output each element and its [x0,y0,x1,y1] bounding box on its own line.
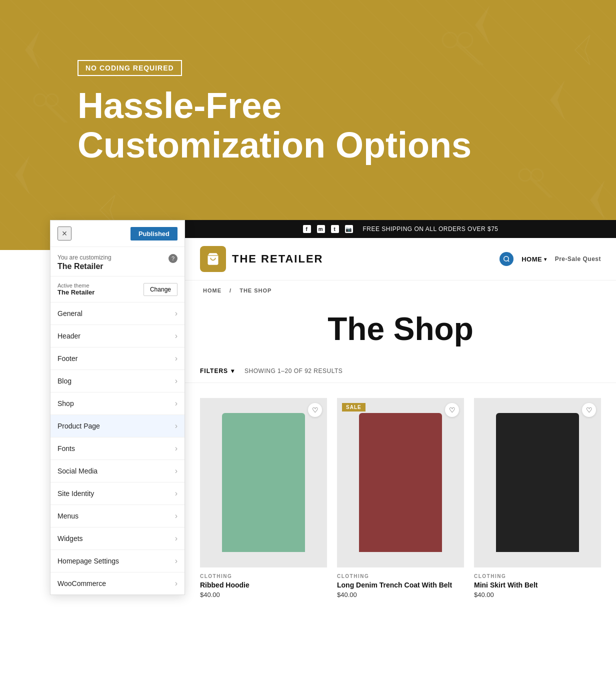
menu-item-label: Product Page [58,422,100,430]
messenger-icon: m [317,225,325,233]
svg-point-4 [34,94,46,106]
chevron-right-icon: › [175,556,178,566]
product-card: ♡CLOTHINGRibbed Hoodie$40.00 [195,393,332,604]
breadcrumb-home: HOME [203,288,222,294]
menu-item-footer[interactable]: Footer› [50,348,184,370]
customizer-title-section: You are customizing The Retailer ? [50,247,184,276]
active-theme-name: The Retailer [58,288,94,296]
customizer-panel: × Published You are customizing The Reta… [50,220,185,595]
filters-button[interactable]: FILTERS ▾ [200,368,234,374]
preview-area: f m t 📷 FREE SHIPPING ON ALL ORDERS OVER… [185,220,616,700]
close-button[interactable]: × [58,226,72,240]
chevron-right-icon: › [175,422,178,430]
svg-line-6 [45,104,65,122]
product-grid: ♡CLOTHINGRibbed Hoodie$40.00SALE♡CLOTHIN… [185,393,616,604]
menu-item-widgets[interactable]: Widgets› [50,528,184,550]
product-name[interactable]: Long Denim Trench Coat With Belt [337,581,464,589]
chevron-right-icon: › [175,399,178,408]
menu-item-homepage-settings[interactable]: Homepage Settings› [50,550,184,572]
nav-search-icon[interactable] [500,252,514,266]
chevron-right-icon: › [175,579,178,588]
svg-line-14 [508,260,510,262]
svg-point-0 [442,32,458,48]
chevron-right-icon: › [175,489,178,498]
store-nav: HOME ▾ Pre-Sale Quest [500,252,601,266]
change-theme-button[interactable]: Change [144,283,178,296]
wishlist-button[interactable]: ♡ [582,403,596,417]
breadcrumb-shop: THE SHOP [240,288,272,294]
product-thumbnail [359,413,442,552]
menu-item-label: Homepage Settings [58,557,119,565]
menu-item-menus[interactable]: Menus› [50,505,184,528]
help-icon[interactable]: ? [168,254,178,263]
wishlist-button[interactable]: ♡ [308,403,322,417]
published-button[interactable]: Published [130,227,178,240]
chevron-right-icon: › [175,376,178,386]
menu-item-label: General [58,310,82,318]
logo-icon [200,246,226,272]
svg-point-13 [504,256,508,261]
product-price: $40.00 [200,591,327,598]
menu-item-label: Blog [58,377,72,385]
chevron-right-icon: › [175,332,178,340]
instagram-icon: 📷 [345,225,353,233]
menu-item-label: Menus [58,512,78,520]
product-card: SALE♡CLOTHINGLong Denim Trench Coat With… [332,393,469,604]
svg-line-7 [47,104,67,122]
product-price: $40.00 [337,591,464,598]
menu-item-label: WooCommerce [58,580,106,588]
menu-item-shop[interactable]: Shop› [50,392,184,415]
chevron-right-icon: › [175,309,178,318]
product-thumbnail [222,413,304,552]
shopping-bag-icon [206,252,220,266]
hero-content: NO CODING REQUIRED Hassle-Free Customiza… [78,60,472,165]
product-card: ♡CLOTHINGMini Skirt With Belt$40.00 [469,393,606,604]
nav-presale-link[interactable]: Pre-Sale Quest [555,256,601,262]
sale-badge: SALE [342,403,366,412]
facebook-icon: f [303,225,311,233]
menu-item-label: Header [58,332,80,340]
product-image[interactable]: ♡ [474,398,601,568]
product-name[interactable]: Mini Skirt With Belt [474,581,601,589]
menu-item-fonts[interactable]: Fonts› [50,438,184,460]
product-image[interactable]: ♡ [200,398,327,568]
topbar-text: FREE SHIPPING ON ALL ORDERS OVER $75 [363,226,498,232]
menu-item-label: Widgets [58,534,83,542]
store-name: THE RETAILER [232,252,323,266]
menu-item-social-media[interactable]: Social Media› [50,460,184,482]
menu-item-label: Shop [58,400,74,408]
shop-title: The Shop [185,300,616,362]
menu-item-label: Site Identity [58,490,94,498]
product-category: CLOTHING [474,574,601,579]
menu-item-label: Social Media [58,467,98,475]
customizing-label: You are customizing [58,254,112,261]
menu-item-site-identity[interactable]: Site Identity› [50,482,184,505]
wishlist-button[interactable]: ♡ [445,403,459,417]
customizer-menu-list: General›Header›Footer›Blog›Shop›Product … [50,302,184,595]
no-coding-badge: NO CODING REQUIRED [78,60,182,76]
product-image[interactable]: SALE♡ [337,398,464,568]
twitter-icon: t [331,225,339,233]
menu-item-woocommerce[interactable]: WooCommerce› [50,572,184,595]
menu-item-label: Fonts [58,444,75,452]
nav-home-link[interactable]: HOME ▾ [522,256,547,263]
menu-item-blog[interactable]: Blog› [50,370,184,392]
active-theme-label: Active theme [58,282,94,288]
social-icons: f m t 📷 [303,225,353,233]
filter-bar: FILTERS ▾ SHOWING 1–20 OF 92 RESULTS [185,362,616,383]
chevron-right-icon: › [175,512,178,520]
store-header: THE RETAILER HOME ▾ Pre-Sale Quest [185,238,616,280]
hero-title: Hassle-Free Customization Options [78,86,472,165]
menu-item-general[interactable]: General› [50,302,184,325]
results-text: SHOWING 1–20 OF 92 RESULTS [244,368,342,374]
breadcrumb: HOME / THE SHOP [185,280,616,300]
menu-item-product-page[interactable]: Product Page› [50,415,184,438]
active-theme-section: Active theme The Retailer Change [50,276,184,302]
product-price: $40.00 [474,591,601,598]
product-category: CLOTHING [200,574,327,579]
breadcrumb-separator: / [230,288,232,294]
store-topbar: f m t 📷 FREE SHIPPING ON ALL ORDERS OVER… [185,220,616,238]
chevron-right-icon: › [175,444,178,453]
menu-item-header[interactable]: Header› [50,325,184,348]
product-name[interactable]: Ribbed Hoodie [200,581,327,589]
